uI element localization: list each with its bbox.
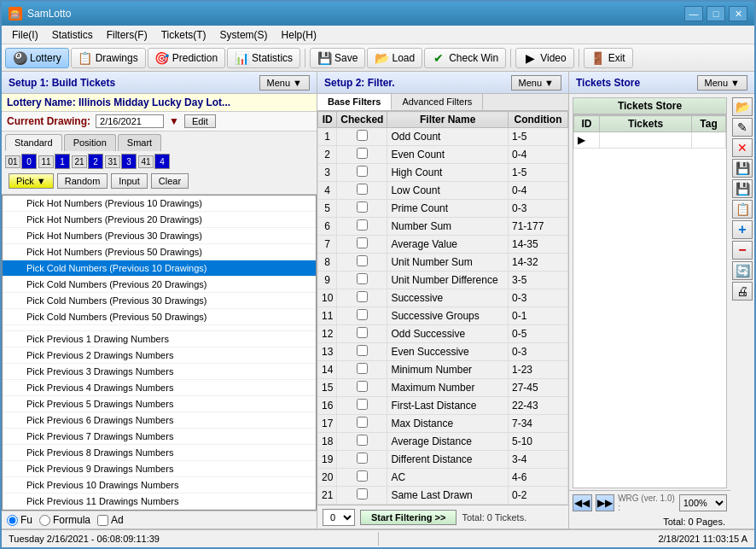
- filter-check[interactable]: [337, 128, 387, 146]
- radio-fu-input[interactable]: [7, 515, 18, 526]
- pick-btn[interactable]: Pick ▼: [9, 173, 54, 189]
- filter-scroll[interactable]: ID Checked Filter Name Condition 1 Odd C…: [317, 111, 568, 505]
- ticket-open-btn[interactable]: 📂: [732, 97, 753, 116]
- list-item-cold10[interactable]: Pick Cold Numbers (Previous 10 Drawings): [3, 260, 316, 277]
- list-item-prev3[interactable]: Pick Previous 3 Drawings Numbers: [3, 364, 316, 380]
- clear-btn[interactable]: Clear: [151, 173, 189, 189]
- list-item-prev10[interactable]: Pick Previous 10 Drawings Numbers: [3, 477, 316, 494]
- list-item-prev1[interactable]: Pick Previous 1 Drawing Numbers: [3, 331, 316, 348]
- filter-check[interactable]: [337, 397, 387, 415]
- toolbar-video[interactable]: ▶ Video: [515, 48, 573, 68]
- tab-position[interactable]: Position: [64, 134, 116, 151]
- filter-check[interactable]: [337, 289, 387, 307]
- ticket-remove-btn[interactable]: −: [732, 241, 753, 260]
- radio-formula[interactable]: Formula: [39, 514, 90, 526]
- filter-check[interactable]: [337, 146, 387, 164]
- list-item-prev7[interactable]: Pick Previous 7 Drawings Numbers: [3, 429, 316, 445]
- nav-next-btn[interactable]: ▶▶: [596, 494, 615, 511]
- drawing-input[interactable]: [96, 114, 164, 128]
- ticket-delete-btn[interactable]: ✕: [732, 138, 753, 157]
- toolbar-save[interactable]: 💾 Save: [310, 48, 365, 68]
- filter-check[interactable]: [337, 307, 387, 325]
- tab-standard[interactable]: Standard: [5, 134, 62, 151]
- toolbar-checkwin[interactable]: ✔ Check Win: [424, 48, 506, 68]
- close-button[interactable]: ✕: [729, 6, 747, 21]
- ticket-copy-btn[interactable]: 📋: [732, 200, 753, 219]
- filter-check[interactable]: [337, 272, 387, 289]
- edit-drawing-btn[interactable]: Edit: [184, 114, 216, 128]
- list-item-prev6[interactable]: Pick Previous 6 Drawings Numbers: [3, 412, 316, 429]
- tickets-table-wrapper[interactable]: ID Tickets Tag ▶: [573, 114, 727, 488]
- filter-check[interactable]: [337, 451, 387, 469]
- filter-check[interactable]: [337, 254, 387, 272]
- list-item-hot30[interactable]: Pick Hot Numbers (Previous 30 Drawings): [3, 228, 316, 244]
- num-cell-31-3[interactable]: 3: [121, 154, 137, 169]
- toolbar-exit[interactable]: 🚪 Exit: [584, 48, 633, 68]
- toolbar-prediction[interactable]: 🎯 Prediction: [148, 48, 225, 68]
- filter-check[interactable]: [337, 469, 387, 487]
- menu-system[interactable]: System(S): [213, 27, 275, 43]
- filter-check[interactable]: [337, 433, 387, 451]
- list-item-cold50[interactable]: Pick Cold Numbers (Previous 50 Drawings): [3, 309, 316, 325]
- radio-formula-input[interactable]: [39, 515, 50, 526]
- ticket-save-btn[interactable]: 💾: [732, 159, 753, 178]
- toolbar-drawings[interactable]: 📋 Drawings: [71, 48, 146, 68]
- filter-mode-select[interactable]: 0 D: [323, 509, 355, 526]
- filter-check[interactable]: [337, 236, 387, 254]
- list-item-cold20[interactable]: Pick Cold Numbers (Previous 20 Drawings): [3, 277, 316, 293]
- list-item-hot20[interactable]: Pick Hot Numbers (Previous 20 Drawings): [3, 212, 316, 228]
- menu-file[interactable]: File(I): [5, 27, 45, 43]
- drawing-dropdown-icon[interactable]: ▼: [169, 115, 179, 127]
- list-item-prev9[interactable]: Pick Previous 9 Drawings Numbers: [3, 461, 316, 477]
- num-cell-41-4[interactable]: 4: [154, 154, 170, 169]
- list-item-prev5[interactable]: Pick Previous 5 Drawings Numbers: [3, 396, 316, 412]
- menu-filters[interactable]: Filters(F): [100, 27, 154, 43]
- list-item-prev4[interactable]: Pick Previous 4 Drawings Numbers: [3, 380, 316, 396]
- filter-check[interactable]: [337, 487, 387, 505]
- list-item-cold30[interactable]: Pick Cold Numbers (Previous 30 Drawings): [3, 293, 316, 309]
- num-cell-11-1[interactable]: 1: [55, 154, 70, 169]
- menu-help[interactable]: Help(H): [275, 27, 323, 43]
- filter-check[interactable]: [337, 182, 387, 200]
- filter-check[interactable]: [337, 343, 387, 361]
- filter-check[interactable]: [337, 379, 387, 397]
- filter-tab-base[interactable]: Base Filters: [317, 94, 392, 110]
- nav-prev-btn[interactable]: ◀◀: [573, 494, 592, 511]
- list-item-prev11[interactable]: Pick Previous 11 Drawings Numbers: [3, 494, 316, 510]
- ticket-add-btn[interactable]: +: [732, 220, 753, 239]
- ticket-print-btn[interactable]: 🖨: [732, 282, 753, 301]
- filter-tab-advanced[interactable]: Advanced Filters: [392, 94, 483, 110]
- toolbar-statistics[interactable]: 📊 Statistics: [227, 48, 300, 68]
- random-btn[interactable]: Random: [57, 173, 108, 189]
- ticket-save2-btn[interactable]: 💾: [732, 179, 753, 198]
- list-item-hot10[interactable]: Pick Hot Numbers (Previous 10 Drawings): [3, 196, 316, 212]
- list-item-prev2[interactable]: Pick Previous 2 Drawings Numbers: [3, 348, 316, 364]
- filter-check[interactable]: [337, 415, 387, 433]
- radio-fu[interactable]: Fu: [7, 514, 32, 526]
- ticket-edit-btn[interactable]: ✎: [732, 118, 753, 137]
- maximize-button[interactable]: □: [707, 6, 725, 21]
- setup1-menu-btn[interactable]: Menu ▼: [259, 75, 310, 91]
- zoom-select[interactable]: 100% 75% 150%: [679, 494, 727, 511]
- list-item-hot50[interactable]: Pick Hot Numbers (Previous 50 Drawings): [3, 244, 316, 260]
- num-cell-21-2[interactable]: 2: [88, 154, 103, 169]
- filter-check[interactable]: [337, 361, 387, 379]
- filter-check[interactable]: [337, 164, 387, 182]
- toolbar-lottery[interactable]: 🎱 Lottery: [5, 48, 69, 68]
- num-cell-01-0[interactable]: 0: [21, 154, 37, 169]
- setup2-menu-btn[interactable]: Menu ▼: [511, 75, 561, 91]
- start-filtering-btn[interactable]: Start Filtering >>: [360, 510, 457, 525]
- radio-ad[interactable]: Ad: [97, 514, 124, 526]
- list-item-prev8[interactable]: Pick Previous 8 Drawings Numbers: [3, 445, 316, 461]
- menu-statistics[interactable]: Statistics: [45, 27, 100, 43]
- filter-check[interactable]: [337, 325, 387, 343]
- ticket-refresh-btn[interactable]: 🔄: [732, 261, 753, 280]
- toolbar-load[interactable]: 📂 Load: [367, 48, 422, 68]
- filter-check[interactable]: [337, 218, 387, 236]
- input-btn[interactable]: Input: [111, 173, 147, 189]
- tickets-menu-btn[interactable]: Menu ▼: [697, 75, 747, 91]
- checkbox-ad[interactable]: [97, 515, 108, 526]
- menu-tickets[interactable]: Tickets(T): [154, 27, 213, 43]
- filter-check[interactable]: [337, 200, 387, 218]
- tab-smart[interactable]: Smart: [118, 134, 161, 151]
